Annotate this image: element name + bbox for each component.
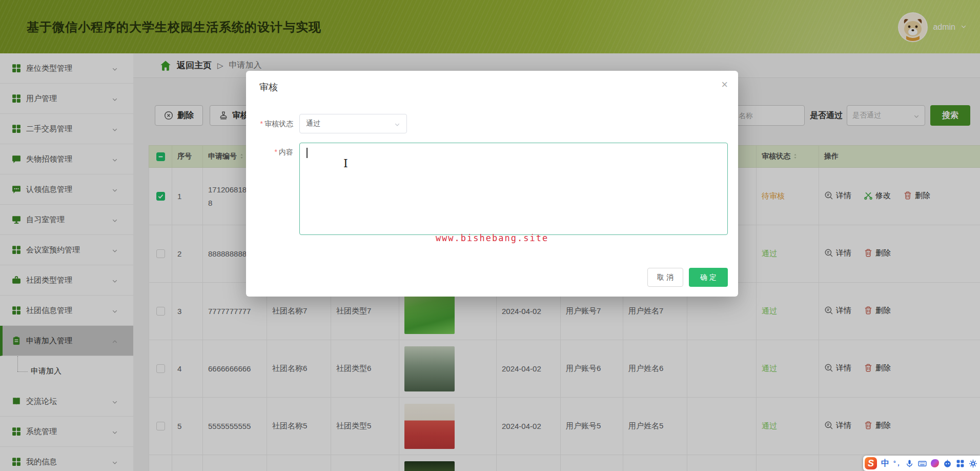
review-modal: 审核 × *审核状态 通过 *内容 I www.bishebang.site 取… (246, 71, 738, 297)
content-textarea[interactable] (299, 143, 728, 235)
keyboard-icon[interactable] (918, 459, 927, 468)
text-caret (307, 148, 308, 158)
sogou-logo[interactable]: S (865, 457, 877, 469)
chevron-down-icon (394, 121, 400, 127)
punctuation-icon[interactable]: °， (893, 459, 901, 468)
required-mark: * (260, 120, 263, 128)
chinese-mode-icon[interactable]: 中 (881, 458, 889, 469)
mic-icon[interactable] (905, 459, 914, 468)
settings-icon[interactable] (969, 459, 977, 468)
review-status-select[interactable]: 通过 (299, 114, 407, 133)
ibeam-cursor: I (343, 157, 348, 170)
apps-grid-icon[interactable] (956, 459, 965, 468)
required-mark: * (275, 148, 277, 156)
confirm-button[interactable]: 确 定 (689, 268, 728, 287)
content-field-label: *内容 (254, 148, 293, 157)
ime-toolbar[interactable]: S中°， (863, 456, 980, 471)
cancel-button[interactable]: 取 消 (647, 268, 683, 287)
status-field-label: *审核状态 (254, 120, 293, 129)
review-status-value: 通过 (306, 119, 394, 128)
robot-icon[interactable] (943, 459, 952, 468)
watermark: www.bishebang.site (436, 233, 548, 243)
close-icon[interactable]: × (721, 78, 728, 91)
modal-title: 审核 (259, 81, 278, 93)
ai-icon[interactable] (931, 459, 939, 467)
